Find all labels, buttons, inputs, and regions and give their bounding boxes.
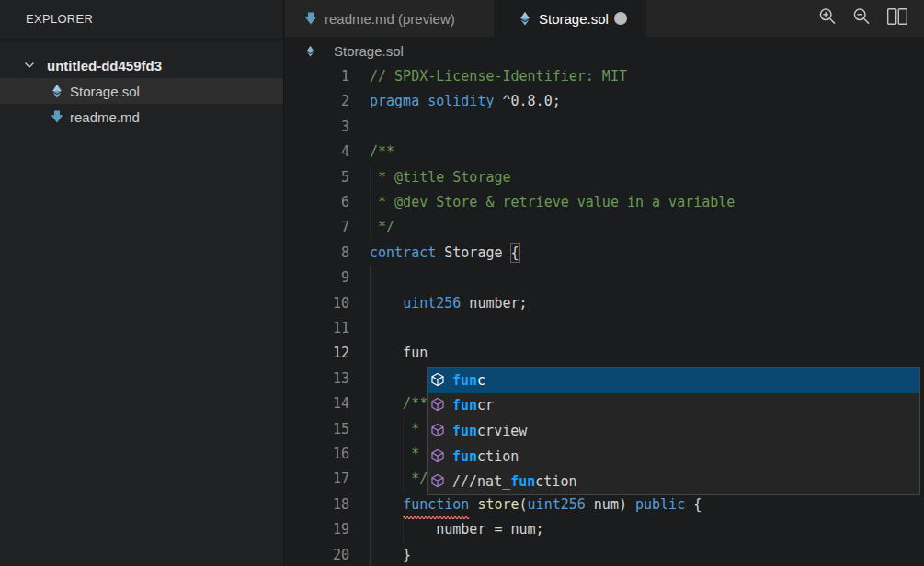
file-tree: untitled-dd459fd3 Storage.solreadme.md [0,52,283,130]
indent-guide [370,367,371,391]
tab-bar: readme.md (preview) Storage.sol [285,0,924,37]
line-number: 9 [285,266,349,291]
tab-storage[interactable]: Storage.sol [494,0,646,37]
line-number: 18 [285,492,349,518]
suggestion-funcr[interactable]: funcr [428,393,919,419]
line-number: 17 [285,467,349,492]
line-number: 14 [285,391,349,417]
suggestion-label: funcrview [452,423,527,439]
solidity-file-icon [518,11,532,26]
tab-readme[interactable]: readme.md (preview) [285,0,494,37]
line-number: 5 [285,165,349,191]
autocomplete-popup: funcfuncrfuncrviewfunction///nat_functio… [427,367,920,495]
folder-label: untitled-dd459fd3 [47,58,162,74]
code-line-6: 6 * @dev Store & retrieve value in a var… [285,190,924,216]
symbol-cube-icon [430,473,447,490]
file-row-storage-sol[interactable]: Storage.sol [0,78,283,104]
code-line-10: 10 uint256 number; [285,291,924,317]
explorer-sidebar: EXPLORER untitled-dd459fd3 Storage.solre… [0,0,284,566]
line-number: 3 [285,115,349,141]
code-line-19: 19 number = num; [285,517,924,543]
line-number: 19 [285,517,349,543]
suggestion-label: func [452,372,485,389]
modified-indicator-dot[interactable] [614,12,627,25]
tab-readme-label: readme.md (preview) [325,11,455,27]
file-label: readme.md [70,109,140,125]
code-line-7: 7 */ [285,215,924,241]
chevron-down-icon [22,58,37,73]
line-number: 16 [285,442,349,468]
line-number: 7 [285,215,349,241]
split-editor-icon[interactable] [886,7,908,26]
suggestion-func[interactable]: func [428,368,919,393]
line-number: 15 [285,417,349,443]
editor-actions [818,7,908,26]
code-line-8: 8contract Storage { [285,241,924,266]
symbol-cube-icon [430,397,447,413]
zoom-out-icon[interactable] [852,7,871,26]
solidity-file-icon-small [304,44,316,58]
tab-storage-label: Storage.sol [539,11,609,27]
line-number: 12 [285,341,349,367]
solidity-file-icon [50,84,64,98]
code-line-1: 1// SPDX-License-Identifier: MIT [285,64,924,90]
suggestion-function[interactable]: function [428,444,919,470]
line-number: 1 [285,64,349,90]
suggestion-label: ///nat_function [452,473,576,490]
symbol-cube-icon [430,423,447,439]
code-line-2: 2pragma solidity ^0.8.0; [285,89,924,115]
file-label: Storage.sol [70,84,140,99]
line-number: 10 [285,291,349,317]
indent-guide [370,266,371,290]
line-number: 13 [285,367,349,392]
breadcrumb[interactable]: Storage.sol [285,37,924,64]
breadcrumb-label: Storage.sol [334,43,404,59]
code-line-5: 5 * @title Storage [285,165,924,191]
suggestion--nat-function[interactable]: ///nat_function [428,469,919,494]
panel-header-shadow [0,39,283,42]
code-line-12: 12 fun [285,341,924,367]
indent-guide [370,316,371,341]
markdown-file-icon [50,109,64,124]
line-number: 11 [285,316,349,342]
file-row-readme-md[interactable]: readme.md [0,104,283,130]
code-line-11: 11 [285,316,924,342]
line-number: 6 [285,190,349,216]
suggestion-label: funcr [452,397,494,413]
zoom-in-icon[interactable] [818,7,837,26]
markdown-file-icon [303,11,318,26]
symbol-cube-icon [430,448,447,465]
line-number: 8 [285,241,349,266]
explorer-title: EXPLORER [26,12,93,26]
code-line-3: 3 [285,115,924,141]
line-number: 4 [285,140,349,165]
line-number: 20 [285,543,349,566]
code-line-18: 18 function store(uint256 num) public { [285,492,924,518]
remix-editor-window: EXPLORER untitled-dd459fd3 Storage.solre… [0,0,924,566]
symbol-cube-icon [430,372,447,389]
suggestion-funcrview[interactable]: funcrview [428,418,919,444]
folder-row-untitled[interactable]: untitled-dd459fd3 [0,52,283,78]
line-number: 2 [285,89,349,115]
suggestion-label: function [452,448,519,465]
code-line-9: 9 [285,266,924,291]
code-line-4: 4/** [285,140,924,165]
code-line-20: 20 } [285,543,924,566]
